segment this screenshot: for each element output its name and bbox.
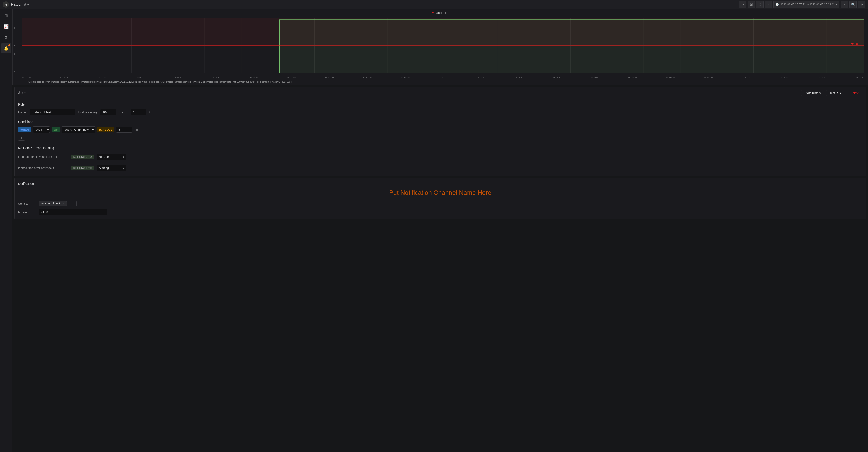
next-time-button[interactable]: ›	[841, 1, 848, 8]
when-badge: WHEN	[18, 127, 31, 132]
sidebar-item-alerts[interactable]: 🔔	[1, 43, 11, 54]
alert-section: Alert State history Test Rule Delete Rul…	[14, 87, 866, 176]
send-to-row: Send to ✉ ratelimit-test ✕ +	[18, 201, 862, 206]
chart-legend: ratelimit_solo_io_over_limit{descriptor=…	[13, 80, 868, 85]
error-select-wrapper: Alerting Keep Last State OK	[97, 165, 126, 171]
gear-icon: ⚙	[758, 3, 762, 6]
y-axis: 6 5 4 3 2 1 0	[13, 18, 15, 73]
dashboard-dropdown-icon[interactable]: ▾	[27, 2, 29, 6]
threshold-input[interactable]	[116, 127, 132, 133]
conditions-section-title: Conditions	[18, 120, 862, 124]
topbar-left: ◀ RateLimit ▾	[3, 1, 29, 8]
conditions-section: Conditions WHEN avg () sum () min () max…	[18, 120, 862, 141]
alert-icon: 🔔	[4, 46, 9, 51]
content-area: ♥ Panel Title 6 5 4 3 2 1 0	[12, 9, 868, 452]
zoom-button[interactable]: 🔍	[849, 1, 857, 8]
is-above-badge: IS ABOVE	[97, 127, 115, 132]
zoom-icon: 🔍	[851, 3, 855, 6]
no-data-section-title: No Data & Error Handling	[18, 146, 862, 150]
time-range-dropdown-icon: ▾	[836, 3, 837, 6]
chart-panel: ♥ Panel Title 6 5 4 3 2 1 0	[12, 9, 868, 85]
settings-icon: ⚙	[4, 35, 8, 40]
sidebar-item-layers[interactable]: ⊞	[1, 11, 11, 21]
channel-name: ratelimit-test	[45, 202, 60, 205]
time-range-picker[interactable]: 🕐 2020-01-06 16:07:22 to 2020-01-06 16:1…	[774, 1, 839, 8]
back-button[interactable]: ◀	[3, 1, 9, 8]
remove-channel-button[interactable]: ✕	[62, 202, 64, 205]
test-rule-button[interactable]: Test Rule	[826, 90, 845, 96]
for-label: For	[119, 110, 128, 114]
panel-title: ♥ Panel Title	[13, 9, 868, 16]
prev-icon: ‹	[768, 3, 769, 6]
back-icon: ◀	[5, 3, 7, 6]
topbar-right: ↗ 🖫 ⚙ ‹ 🕐 2020-01-06 16:07:22 to 2020-01…	[739, 1, 865, 8]
time-range-text: 2020-01-06 16:07:22 to 2020-01-06 16:18:…	[780, 3, 835, 6]
query-select[interactable]: query (A, 5m, now)	[62, 126, 95, 133]
message-input[interactable]	[39, 209, 107, 215]
alert-title: Alert	[18, 91, 26, 95]
panel-title-text: Panel Title	[434, 11, 448, 14]
chart-area: 6 5 4 3 2 1 0	[13, 16, 868, 80]
no-data-select-wrapper: No Data Alerting Keep Last State OK	[97, 154, 126, 160]
no-data-row: If no data or all values are null SET ST…	[18, 152, 862, 161]
save-button[interactable]: 🖫	[748, 1, 755, 8]
main-layout: ⊞ 📈 ⚙ 🔔 ♥ Panel Title 6 5 4 3	[0, 9, 868, 452]
email-icon: ✉	[41, 202, 44, 205]
message-label: Message	[18, 211, 36, 214]
evaluate-label: Evaluate every	[78, 110, 97, 114]
notifications-section: Notifications Put Notification Channel N…	[14, 178, 866, 219]
refresh-icon: ↻	[860, 3, 863, 6]
svg-text:♥ 3: ♥ 3	[851, 42, 858, 45]
for-input[interactable]	[130, 109, 146, 116]
sidebar-item-charts[interactable]: 📈	[1, 22, 11, 32]
sidebar-item-settings[interactable]: ⚙	[1, 33, 11, 42]
info-icon[interactable]: ℹ	[149, 110, 150, 114]
send-to-label: Send to	[18, 202, 36, 205]
layers-icon: ⊞	[4, 13, 8, 18]
refresh-button[interactable]: ↻	[858, 1, 865, 8]
notifications-title: Notifications	[18, 182, 862, 186]
x-axis: 16:07:30 16:08:00 16:08:30 16:09:00 16:0…	[22, 76, 864, 79]
legend-text: ratelimit_solo_io_over_limit{descriptor=…	[28, 80, 293, 83]
error-label: If execution error or timeout	[18, 166, 68, 170]
add-channel-button[interactable]: +	[69, 201, 76, 206]
alert-body: Rule Name Evaluate every For ℹ Condition…	[14, 99, 866, 176]
save-icon: 🖫	[750, 3, 753, 6]
prev-time-button[interactable]: ‹	[765, 1, 772, 8]
no-data-section: No Data & Error Handling If no data or a…	[18, 146, 862, 172]
settings-button[interactable]: ⚙	[756, 1, 764, 8]
of-badge: OF	[52, 127, 60, 132]
chart-svg: ♥ 3	[22, 18, 864, 73]
chart-icon: 📈	[4, 24, 9, 29]
alert-header-buttons: State history Test Rule Delete	[801, 90, 862, 96]
sidebar: ⊞ 📈 ⚙ 🔔	[0, 9, 12, 452]
delete-button[interactable]: Delete	[847, 90, 862, 96]
next-icon: ›	[844, 3, 845, 6]
name-label: Name	[18, 110, 27, 114]
rule-row: Name Evaluate every For ℹ	[18, 109, 862, 116]
state-history-button[interactable]: State history	[801, 90, 824, 96]
notification-overlay-text: Put Notification Channel Name Here	[18, 189, 862, 196]
condition-delete-icon[interactable]: 🗑	[134, 127, 140, 133]
rule-name-input[interactable]	[30, 109, 75, 116]
legend-line	[22, 82, 26, 82]
error-row: If execution error or timeout SET STATE …	[18, 163, 862, 172]
conditions-row: WHEN avg () sum () min () max () OF quer…	[18, 126, 862, 133]
heart-icon: ♥	[432, 11, 434, 14]
rule-section-title: Rule	[18, 103, 862, 106]
share-icon: ↗	[741, 3, 744, 6]
error-state-select[interactable]: Alerting Keep Last State OK	[97, 165, 126, 171]
error-set-state-badge: SET STATE TO	[71, 166, 94, 170]
clock-icon: 🕐	[776, 3, 779, 6]
topbar: ◀ RateLimit ▾ ↗ 🖫 ⚙ ‹ 🕐 2020-01-06 16:07…	[0, 0, 868, 9]
alert-header: Alert State history Test Rule Delete	[14, 87, 866, 99]
message-row: Message	[18, 209, 862, 215]
func-select[interactable]: avg () sum () min () max ()	[33, 126, 50, 133]
share-button[interactable]: ↗	[739, 1, 746, 8]
evaluate-every-input[interactable]	[100, 109, 116, 116]
dashboard-title: RateLimit ▾	[11, 2, 29, 6]
add-condition-button[interactable]: +	[18, 135, 25, 141]
no-data-set-state-badge: SET STATE TO	[71, 155, 94, 159]
channel-tag: ✉ ratelimit-test ✕	[39, 201, 67, 206]
no-data-state-select[interactable]: No Data Alerting Keep Last State OK	[97, 154, 126, 160]
